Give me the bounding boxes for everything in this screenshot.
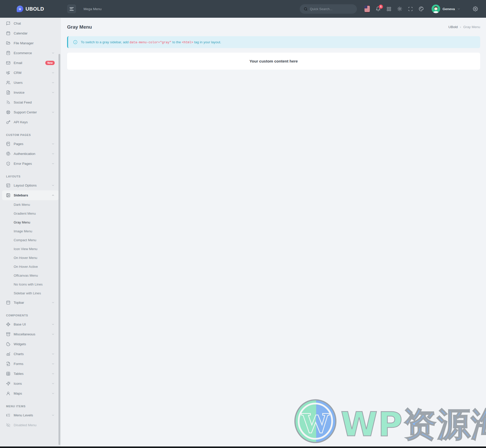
sidebar-item-file-manager[interactable]: File Manager [0,38,61,48]
sidebar-item-menu-levels[interactable]: Menu Levels [0,410,61,420]
code-tag: <html> [182,41,193,44]
sidebar-subitem-on-hover-menu[interactable]: On Hover Menu [0,253,61,262]
sidebar-subitem-gradient-menu[interactable]: Gradient Menu [0,209,61,218]
code-attr: data-menu-color="gray" [130,41,171,44]
brand-logo[interactable]: u UBOLD [0,6,61,12]
sidebar-subitem-dark-menu[interactable]: Dark Menu [0,200,61,209]
sidebar-item-crm[interactable]: CRM [0,68,61,78]
sparkles-icon [6,381,10,386]
sidebar-item-label: Layout Options [14,184,37,187]
sidebar-item-calendar[interactable]: Calendar [0,28,61,38]
sidebar-item-ecommerce[interactable]: Ecommerce [0,48,61,58]
sidebar-subitem-on-hover-active[interactable]: On Hover Active [0,262,61,271]
sidebar-subitem-image-menu[interactable]: Image Menu [0,227,61,236]
sidebar-item-charts[interactable]: Charts [0,349,61,359]
sidebar-item-pages[interactable]: Pages [0,139,61,149]
search-icon [304,7,308,11]
sidebar-item-authentication[interactable]: Authentication [0,149,61,159]
folder-icon [6,41,10,45]
sidebar-subitem-no-icons-with-lines[interactable]: No Icons with Lines [0,280,61,289]
theme-mode-button[interactable] [397,6,402,11]
chevron-up-icon [51,194,55,197]
sidebar-toggle-button[interactable] [67,5,76,13]
sidebar-scrollbar[interactable] [58,54,60,445]
sidebar-item-label: Widgets [14,342,26,346]
gear-icon [473,6,478,11]
chevron-down-icon [51,362,55,365]
sidebar-item-label: Social Feed [14,100,32,104]
chevron-down-icon [51,111,55,114]
language-flag-button[interactable] [364,6,370,12]
component-icon [6,322,10,327]
sidebar-item-label: Error Pages [14,162,32,166]
theme-customizer-button[interactable] [419,6,424,11]
notifications-button[interactable]: 5 [376,6,381,11]
sidebar-item-miscellaneous[interactable]: Miscellaneous [0,329,61,339]
sidebar-item-label: Invoice [14,91,25,94]
fingerprint-icon [6,152,10,156]
sidebar-subitem-gray-menu[interactable]: Gray Menu [0,218,61,227]
sidebar-item-base-ui[interactable]: Base UI [0,319,61,329]
users-icon [6,80,10,85]
chat-icon [6,21,10,26]
chevron-down-icon [51,162,55,165]
search-input[interactable] [310,7,350,11]
apps-grid-button[interactable] [387,7,391,11]
handshake-icon [6,71,10,75]
sidebar-item-label: Users [14,81,23,85]
cookie-icon [6,342,10,346]
sidebar-item-tables[interactable]: Tables [0,369,61,379]
sidebar-section-custom-pages: CUSTOM PAGES [0,127,61,139]
sidebar-item-layout-options[interactable]: Layout Options [0,180,61,190]
user-name: Geneva [442,7,455,11]
sidebar-item-label: Chat [14,22,21,25]
key-icon [6,120,10,124]
breadcrumb-current: Gray Menu [463,25,480,29]
chevron-down-icon [51,323,55,326]
sidebar-subitem-offcanvas-menu[interactable]: Offcanvas Menu [0,271,61,280]
sidebar-item-label: Sidebars [14,193,28,197]
sidebar-subitem-sidebar-with-lines[interactable]: Sidebar with Lines [0,289,61,298]
sidebar-item-social-feed[interactable]: Social Feed [0,97,61,107]
sidebar-item-invoice[interactable]: Invoice [0,88,61,97]
user-menu[interactable]: Geneva [432,5,460,13]
sidebar-item-email[interactable]: EmailNew [0,58,61,68]
grid-icon [387,7,391,11]
sidebar-subitem-compact-menu[interactable]: Compact Menu [0,236,61,245]
fullscreen-button[interactable] [408,7,413,11]
eyeoff-icon [6,423,10,427]
sidebar-item-label: Maps [14,392,22,395]
chevron-down-icon [51,392,55,395]
chevron-down-icon [51,382,55,385]
panel-icon [6,193,10,197]
sidebar-item-maps[interactable]: Maps [0,389,61,398]
sidebar-item-chat[interactable]: Chat [0,18,61,28]
quick-search[interactable] [300,4,357,14]
chart-icon [6,352,10,356]
sidebar-item-icons[interactable]: Icons [0,379,61,389]
sidebar-item-support-center[interactable]: Support Center [0,107,61,117]
person-icon [6,391,10,396]
breadcrumb-ubold[interactable]: UBold [448,25,458,29]
sidebar-item-forms[interactable]: Forms [0,359,61,369]
table-icon [6,372,10,376]
sidebar-item-api-keys[interactable]: API Keys [0,117,61,127]
sidebar-item-topbar[interactable]: Topbar [0,298,61,308]
notification-count-badge: 5 [379,5,383,9]
sun-icon [397,6,402,11]
sidebar-section-components: COMPONENTS [0,308,61,319]
chevron-down-icon [51,71,55,74]
chevron-down-icon [51,301,55,304]
sidebar-subitem-icon-view-menu[interactable]: Icon View Menu [0,245,61,253]
breadcrumb: UBold › Gray Menu [448,25,480,29]
mega-menu-button[interactable]: Mega Menu [84,7,102,11]
alert-text: To switch to a gray sidebar, add data-me… [81,40,221,44]
sidebar-item-users[interactable]: Users [0,78,61,88]
brand-name: UBOLD [26,6,44,12]
rss-icon [6,100,10,105]
sidebar-item-sidebars[interactable]: Sidebars [2,190,59,200]
chevron-down-icon [51,142,55,146]
settings-button[interactable] [473,6,478,11]
sidebar-item-error-pages[interactable]: Error Pages [0,159,61,169]
sidebar-item-widgets[interactable]: Widgets [0,339,61,349]
